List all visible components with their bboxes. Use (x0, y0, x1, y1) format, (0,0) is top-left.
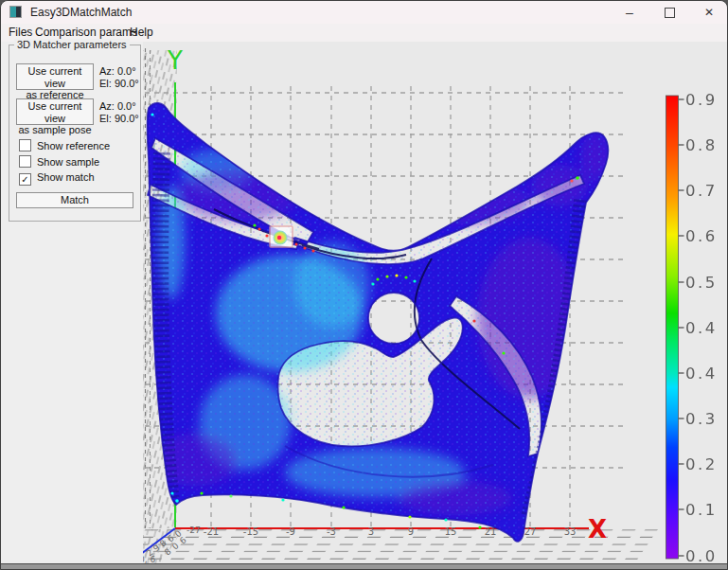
svg-text:3: 3 (368, 526, 374, 537)
svg-text:0.2: 0.2 (685, 455, 718, 473)
show-reference-row: Show reference (19, 139, 110, 151)
y-axis-label: Y (167, 46, 183, 75)
point-cloud (143, 96, 635, 560)
show-match-checkbox[interactable]: ✓ (19, 173, 31, 186)
close-button[interactable]: ✕ (695, 1, 723, 24)
reference-azimuth: Az: 0.0° (99, 65, 139, 78)
svg-text:27: 27 (524, 526, 537, 537)
maximize-button[interactable] (655, 1, 684, 24)
svg-text:0.1: 0.1 (685, 501, 718, 519)
show-match-row: ✓Show match (19, 171, 95, 184)
svg-text:0.7: 0.7 (685, 182, 718, 200)
menu-help[interactable]: Help (130, 26, 153, 39)
window-title: Easy3DMatchMatch (30, 6, 132, 19)
colorbar-ticks (679, 99, 684, 556)
svg-text:-15: -15 (243, 526, 258, 537)
matcher-parameters-panel: 3D Matcher parameters Use current view a… (1, 42, 143, 570)
svg-text:-27: -27 (186, 525, 201, 535)
colorbar: 0.9 0.8 0.7 0.6 0.5 0.4 0.4 0.3 0.2 0.1 … (666, 91, 718, 565)
sample-elevation: El: 90.0° (99, 113, 139, 125)
svg-text:0.8: 0.8 (685, 136, 718, 154)
use-view-reference-pose-button[interactable]: Use current view as reference pose (16, 63, 94, 90)
x-axis-label: X (588, 515, 607, 543)
show-sample-label: Show sample (37, 156, 99, 168)
svg-text:0.6: 0.6 (685, 227, 718, 245)
svg-text:0.5: 0.5 (685, 274, 718, 292)
svg-text:9: 9 (408, 526, 414, 537)
groupbox-title: 3D Matcher parameters (14, 39, 130, 50)
show-reference-label: Show reference (37, 140, 110, 151)
svg-text:-21: -21 (204, 526, 219, 537)
show-reference-checkbox[interactable] (19, 139, 31, 151)
sample-azimuth: Az: 0.0° (99, 100, 139, 113)
svg-text:33: 33 (564, 526, 577, 537)
show-sample-checkbox[interactable] (19, 155, 31, 168)
reference-button-line1: Use current view (17, 65, 93, 89)
match-button[interactable]: Match (16, 192, 133, 208)
pick-marker[interactable] (270, 226, 293, 247)
svg-text:0.4: 0.4 (685, 365, 718, 383)
sample-button-line1: Use current view (17, 100, 93, 124)
svg-text:0.3: 0.3 (685, 410, 718, 428)
app-window: Easy3DMatchMatch – ✕ Files Comparison pa… (0, 0, 728, 570)
minimize-button[interactable]: – (615, 1, 644, 24)
svg-text:0.4: 0.4 (685, 319, 718, 337)
svg-text:0.9: 0.9 (685, 91, 718, 109)
use-view-sample-pose-button[interactable]: Use current view as sample pose (16, 98, 94, 125)
reference-pose-readout: Az: 0.0° El: 90.0° (99, 65, 139, 89)
menu-files[interactable]: Files (9, 26, 32, 39)
reference-elevation: El: 90.0° (99, 78, 139, 90)
sample-button-line2: as sample pose (17, 124, 93, 136)
show-sample-row: Show sample (19, 155, 99, 168)
svg-text:-3: -3 (327, 526, 336, 537)
show-match-label: Show match (37, 171, 95, 183)
title-bar[interactable]: Easy3DMatchMatch – ✕ (1, 1, 727, 24)
matcher-parameters-groupbox: 3D Matcher parameters Use current view a… (9, 45, 141, 222)
svg-text:-9: -9 (286, 526, 295, 537)
svg-text:15: 15 (445, 526, 457, 537)
colorbar-labels: 0.9 0.8 0.7 0.6 0.5 0.4 0.4 0.3 0.2 0.1 … (685, 91, 718, 565)
menu-comparison-params[interactable]: Comparison params (35, 26, 137, 39)
window-bottom-frame (1, 563, 727, 569)
app-icon (9, 6, 22, 18)
maximize-icon (665, 8, 675, 18)
sample-pose-readout: Az: 0.0° El: 90.0° (99, 100, 139, 124)
